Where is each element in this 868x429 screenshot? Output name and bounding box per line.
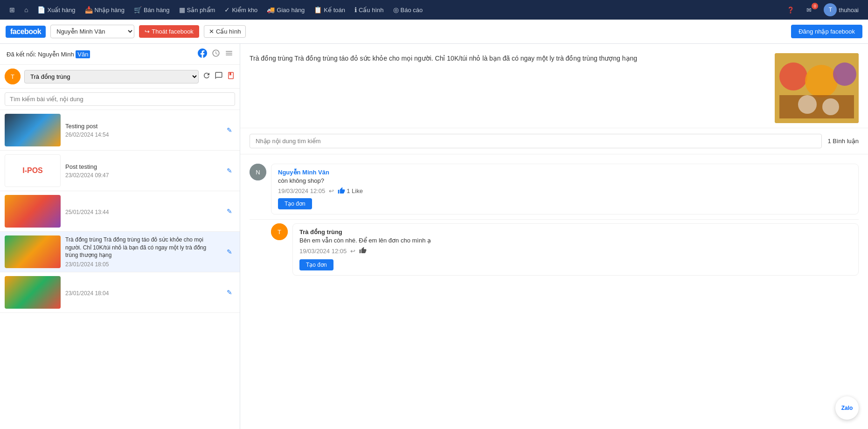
cau-hinh-icon: ℹ — [354, 6, 357, 14]
post-title: Trà đồng trùng Trà đồng trùng táo đỏ sức… — [65, 236, 219, 259]
settings-icon: ✕ — [209, 28, 214, 35]
history-icon[interactable] — [212, 49, 220, 59]
zalo-button[interactable]: Zalo — [835, 396, 859, 420]
post-date: 23/01/2024 18:04 — [65, 290, 219, 297]
settings-button[interactable]: ✕ Cấu hình — [204, 25, 246, 38]
top-navigation: ⊞ ⌂ 📄 Xuất hàng 📥 Nhập hàng 🛒 Bán hàng ▦… — [0, 0, 868, 20]
nav-san-pham[interactable]: ▦ Sản phẩm — [175, 4, 219, 15]
post-content-area: Trà đồng trùng Trà đồng trùng táo đỏ sức… — [240, 44, 868, 128]
connected-bar: Đã kết nối: Nguyễn Minh Văn — [0, 44, 240, 65]
list-item[interactable]: 25/01/2024 13:44 ✎ — [0, 191, 240, 232]
nav-giao-hang-label: Giao hàng — [277, 7, 305, 14]
commenter-name: Nguyễn Minh Vân — [278, 169, 852, 176]
user-avatar: T — [824, 3, 837, 16]
right-panel: Trà đồng trùng Trà đồng trùng táo đỏ sức… — [240, 44, 868, 429]
comment-date: 19/03/2024 12:05 — [278, 187, 325, 194]
nav-cau-hinh-label: Cấu hình — [359, 7, 384, 14]
post-text: Trà đồng trùng Trà đồng trùng táo đỏ sức… — [250, 53, 767, 123]
list-item[interactable]: Trà đồng trùng Trà đồng trùng táo đỏ sức… — [0, 232, 240, 272]
username-label: thuhoai — [839, 7, 859, 14]
post-title: Post testing — [65, 163, 219, 170]
nav-xuat-hang-label: Xuất hàng — [47, 7, 75, 14]
post-info: 23/01/2024 18:04 — [65, 276, 219, 309]
list-item[interactable]: I-POS Post testing 23/02/2024 09:47 ✎ — [0, 151, 240, 191]
page-action-icons — [202, 71, 235, 82]
nav-xuat-hang[interactable]: 📄 Xuất hàng — [34, 4, 79, 15]
post-search-input[interactable] — [5, 92, 235, 106]
nav-ke-toan-label: Kế toán — [324, 7, 345, 14]
nav-nhap-hang-label: Nhập hàng — [95, 7, 125, 14]
login-facebook-button[interactable]: Đăng nhập facebook — [791, 25, 862, 38]
connected-icons — [198, 48, 233, 60]
logout-icon: ↪ — [145, 28, 150, 35]
san-pham-icon: ▦ — [179, 6, 185, 14]
edit-list-icon[interactable] — [225, 49, 233, 59]
reply-like-icon — [359, 247, 367, 256]
reply-meta: 19/03/2024 12:05 ↩ — [299, 247, 852, 256]
user-select[interactable]: Nguyễn Minh Vân — [50, 25, 134, 38]
reply-item: T Trà đồng trùng Bên em vẫn còn nhé. Để … — [271, 220, 859, 279]
post-thumbnail — [5, 114, 61, 146]
nav-ban-hang-label: Bán hàng — [144, 7, 170, 14]
nav-ke-toan[interactable]: 📋 Kế toán — [310, 4, 349, 15]
refresh-icon[interactable] — [202, 71, 211, 82]
list-item[interactable]: Testing post 26/02/2024 14:54 ✎ — [0, 110, 240, 151]
commenter-avatar: N — [250, 164, 266, 180]
post-edit-button[interactable]: ✎ — [224, 247, 235, 256]
post-edit-button[interactable]: ✎ — [224, 207, 235, 216]
svg-point-7 — [798, 95, 817, 114]
nhap-hang-icon: 📥 — [85, 6, 93, 14]
post-edit-button[interactable]: ✎ — [224, 125, 235, 135]
svg-point-3 — [779, 62, 807, 90]
list-item[interactable]: 23/01/2024 18:04 ✎ — [0, 272, 240, 313]
message-icon: ✉ — [806, 7, 812, 14]
post-list: Testing post 26/02/2024 14:54 ✎ I-POS Po… — [0, 110, 240, 429]
create-order-button[interactable]: Tạo đơn — [278, 198, 312, 209]
nav-cau-hinh[interactable]: ℹ Cấu hình — [351, 4, 388, 15]
comment-search-row: 1 Bình luận — [240, 128, 868, 154]
comment-search-input[interactable] — [250, 134, 822, 148]
post-title: Testing post — [65, 123, 219, 130]
comment-item: N Nguyễn Minh Vân còn không shop? 19/03/… — [250, 159, 859, 220]
message-badge: 0 — [812, 3, 818, 9]
ke-toan-icon: 📋 — [314, 6, 322, 14]
post-thumbnail — [5, 195, 61, 228]
comment-thread: N Nguyễn Minh Vân còn không shop? 19/03/… — [240, 154, 868, 284]
post-edit-button[interactable]: ✎ — [224, 166, 235, 175]
nav-bao-cao[interactable]: ◎ Báo cáo — [389, 4, 427, 15]
page-select[interactable]: Trà đồng trùng — [24, 70, 199, 83]
nav-messages[interactable]: ✉ 0 — [803, 5, 815, 15]
svg-text:N: N — [256, 169, 260, 176]
post-edit-button[interactable]: ✎ — [224, 288, 235, 297]
post-date: 23/01/2024 18:05 — [65, 261, 219, 268]
nav-giao-hang[interactable]: 🚚 Giao hàng — [263, 4, 308, 15]
reply-body: Trà đồng trùng Bên em vẫn còn nhé. Để em… — [292, 223, 859, 276]
house-icon: ⌂ — [24, 6, 28, 14]
comment-text: còn không shop? — [278, 177, 852, 184]
post-date: 26/02/2024 14:54 — [65, 131, 219, 138]
nav-help[interactable]: ❓ — [783, 5, 798, 15]
svg-point-8 — [822, 98, 839, 115]
logout-facebook-button[interactable]: ↪ Thoát facebook — [139, 25, 199, 38]
comment-body: Nguyễn Minh Vân còn không shop? 19/03/20… — [271, 164, 859, 214]
comment-meta: 19/03/2024 12:05 ↩ 1 Like — [278, 187, 852, 194]
nav-nhap-hang[interactable]: 📥 Nhập hàng — [81, 4, 128, 15]
post-info: Post testing 23/02/2024 09:47 — [65, 154, 219, 187]
nav-home[interactable]: ⊞ — [6, 4, 19, 15]
book-icon[interactable] — [227, 71, 235, 82]
comment-icon[interactable] — [215, 71, 223, 82]
nav-user[interactable]: T thuhoai — [820, 1, 862, 18]
nav-kiem-kho[interactable]: ✓ Kiểm kho — [221, 4, 261, 15]
create-order-reply-button[interactable]: Tạo đơn — [299, 259, 333, 270]
svg-text:T: T — [278, 228, 281, 235]
reply-name: Trà đồng trùng — [299, 228, 852, 235]
facebook-connect-icon[interactable] — [198, 48, 207, 60]
reply-arrow-icon: ↩ — [350, 248, 355, 255]
nav-ban-hang[interactable]: 🛒 Bán hàng — [130, 4, 174, 15]
post-thumbnail — [5, 276, 61, 309]
nav-home2[interactable]: ⌂ — [21, 4, 32, 15]
xuat-hang-icon: 📄 — [37, 6, 45, 14]
post-date: 25/01/2024 13:44 — [65, 209, 219, 215]
home-icon: ⊞ — [9, 6, 15, 14]
svg-rect-6 — [779, 95, 854, 118]
